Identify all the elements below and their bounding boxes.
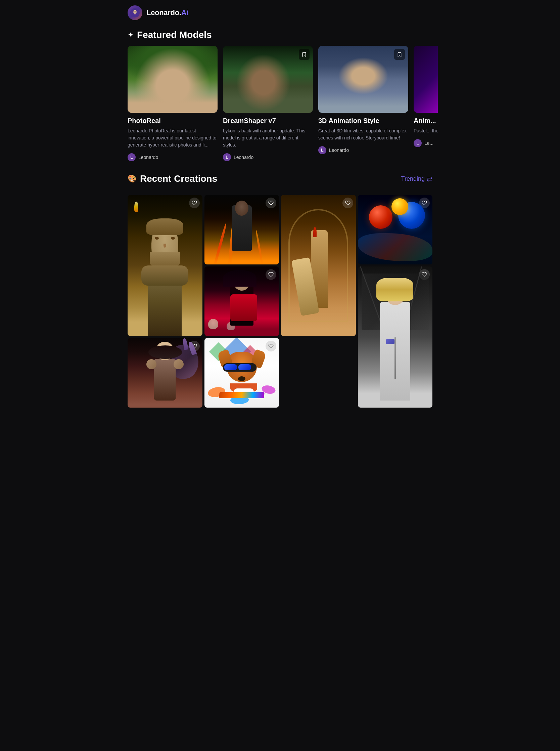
author-avatar-anime: L [414, 139, 422, 147]
model-author-anime: L Le... [414, 139, 438, 147]
model-author-3d-animation: L Leonardo [318, 146, 408, 154]
model-card-3d-animation[interactable]: 3D Animation Style Great at 3D film vibe… [318, 46, 408, 161]
model-desc-3d-animation: Great at 3D film vibes, capable of compl… [318, 127, 408, 141]
logo-avatar [127, 5, 142, 20]
model-name-dreamshaper: DreamShaper v7 [223, 117, 313, 125]
author-avatar-3d-animation: L [318, 146, 326, 154]
model-desc-anime: Pastel... the ani... Model... [414, 127, 438, 134]
creation-item-dark-girl[interactable] [204, 267, 279, 336]
creation-item-warriors[interactable] [281, 195, 356, 336]
model-image-anime [414, 46, 438, 113]
model-image-3d-animation [318, 46, 408, 113]
bookmark-3d-animation[interactable] [394, 49, 405, 60]
model-author-photoreal: L Leonardo [127, 153, 218, 161]
author-name-photoreal: Leonardo [138, 155, 158, 160]
recent-icon: 🎨 [127, 174, 137, 183]
author-avatar-photoreal: L [127, 153, 136, 161]
model-card-dreamshaper[interactable]: DreamShaper v7 Lykon is back with anothe… [223, 46, 313, 161]
logo-text: Leonardo.Ai [146, 8, 188, 17]
model-image-photoreal [127, 46, 218, 113]
header: Leonardo.Ai [122, 0, 438, 27]
creation-item-dragon-girl[interactable] [127, 338, 202, 408]
trending-label: Trending [401, 175, 425, 182]
recent-section-header: 🎨 Recent Creations Trending ⇄ [122, 173, 438, 190]
featured-icon: ✦ [127, 31, 134, 39]
creation-item-balls[interactable] [358, 195, 433, 265]
author-name-dreamshaper: Leonardo [234, 155, 254, 160]
creation-item-blonde-girl[interactable] [358, 267, 433, 408]
svg-point-3 [136, 11, 137, 12]
creations-section [122, 195, 438, 408]
recent-title: Recent Creations [140, 173, 217, 184]
creations-grid [127, 195, 433, 408]
featured-scroll[interactable]: PhotoReal Leonardo PhotoReal is our late… [122, 46, 438, 169]
model-name-3d-animation: 3D Animation Style [318, 117, 408, 125]
author-name-3d-animation: Leonardo [329, 148, 349, 153]
author-name-anime: Le... [424, 140, 434, 146]
trending-button[interactable]: Trending ⇄ [401, 175, 433, 183]
bookmark-dreamshaper[interactable] [299, 49, 309, 60]
svg-point-2 [134, 11, 135, 12]
creation-item-statue[interactable] [127, 195, 202, 336]
model-card-photoreal[interactable]: PhotoReal Leonardo PhotoReal is our late… [127, 46, 218, 161]
model-image-bg-photoreal [127, 46, 218, 113]
model-name-photoreal: PhotoReal [127, 117, 218, 125]
model-image-dreamshaper [223, 46, 313, 113]
featured-title-group: ✦ Featured Models [127, 30, 212, 40]
featured-row: PhotoReal Leonardo PhotoReal is our late… [127, 46, 438, 161]
model-image-bg-anime [414, 46, 438, 113]
author-avatar-dreamshaper: L [223, 153, 231, 161]
creation-item-dog[interactable] [204, 338, 279, 408]
model-name-anime: Anim... [414, 117, 438, 125]
recent-title-group: 🎨 Recent Creations [127, 173, 217, 184]
creation-item-fire-man[interactable] [204, 195, 279, 265]
model-desc-dreamshaper: Lykon is back with another update. This … [223, 127, 313, 149]
swap-icon: ⇄ [427, 175, 433, 183]
featured-section-header: ✦ Featured Models [122, 30, 438, 46]
model-desc-photoreal: Leonardo PhotoReal is our latest innovat… [127, 127, 218, 149]
featured-title: Featured Models [137, 30, 212, 40]
model-card-anime[interactable]: Anim... Pastel... the ani... Model... L … [414, 46, 438, 161]
model-author-dreamshaper: L Leonardo [223, 153, 313, 161]
